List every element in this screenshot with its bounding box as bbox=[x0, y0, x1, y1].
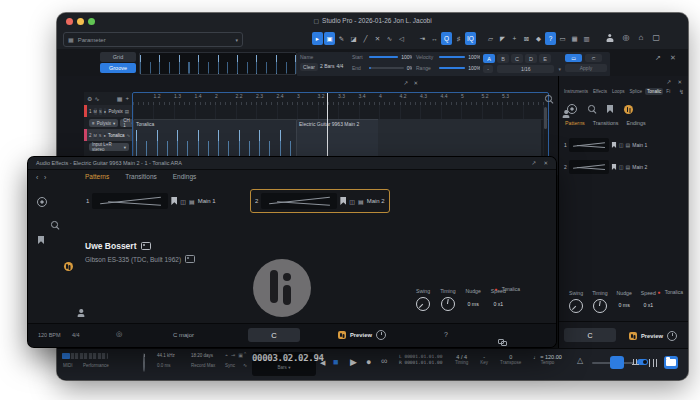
quantize-icon[interactable]: Q bbox=[441, 32, 452, 45]
preset-button[interactable]: A bbox=[483, 54, 495, 63]
browser-tab[interactable]: Effects bbox=[591, 88, 609, 95]
input-quantize-icon[interactable]: IQ bbox=[465, 32, 476, 45]
timeline-ruler[interactable]: 1.21.31.422.22.32.433.23.33.444.24.34.45… bbox=[133, 93, 548, 105]
routing-icon[interactable] bbox=[498, 339, 507, 346]
velocity-slider[interactable] bbox=[439, 56, 465, 58]
track-row-tonalica[interactable]: 2 M S ● Tonalica ∿ bbox=[84, 129, 132, 141]
bookmark-icon[interactable] bbox=[340, 197, 346, 205]
collapse-icon[interactable]: ⌃ bbox=[243, 351, 247, 357]
listen-icon[interactable]: ◁ bbox=[396, 32, 407, 45]
paint-icon[interactable]: ▱ bbox=[485, 32, 496, 45]
play-button[interactable]: ▶ bbox=[350, 357, 357, 367]
range-icon[interactable]: ▣ bbox=[324, 32, 335, 45]
preview-volume-knob[interactable] bbox=[667, 331, 677, 341]
detach-ara-icon[interactable]: ↗ bbox=[531, 160, 536, 166]
ara-tab[interactable]: Endings bbox=[173, 173, 197, 180]
loop-range-display[interactable]: L 00001.01.01.00 R 00001.01.01.00 bbox=[399, 354, 442, 366]
browser-tab[interactable]: Loops bbox=[610, 88, 627, 95]
search-icon[interactable] bbox=[51, 221, 59, 229]
bookmark-icon[interactable] bbox=[611, 163, 616, 169]
groove-mode-button[interactable]: Groove bbox=[100, 63, 136, 73]
groove-timesig[interactable]: 4/4 bbox=[336, 63, 343, 71]
timing-knob[interactable] bbox=[593, 299, 607, 313]
clear-button[interactable]: Clear bbox=[300, 63, 318, 71]
tonalica-icon[interactable] bbox=[64, 262, 73, 271]
bookmark-icon[interactable] bbox=[607, 105, 613, 113]
key-signature[interactable]: C major bbox=[173, 332, 194, 338]
detach-browser-icon[interactable]: ↗ bbox=[666, 79, 671, 85]
pattern-row-main2[interactable]: 2 ◫ ▤ Main 2 bbox=[563, 156, 683, 177]
bookmark-icon[interactable] bbox=[38, 236, 44, 244]
artist-card-icon[interactable] bbox=[141, 242, 151, 250]
ara-pattern-main2[interactable]: 2 ◫ ▤ Main 2 bbox=[250, 189, 390, 213]
preview-volume-knob[interactable] bbox=[376, 330, 386, 340]
preset-button[interactable]: E bbox=[539, 54, 551, 63]
copy-icon[interactable]: ◫ bbox=[619, 164, 624, 170]
transport-field[interactable]: ♩ = 120.00 Tempo bbox=[533, 354, 562, 365]
video-icon[interactable] bbox=[185, 255, 195, 263]
groove-toggle-b-icon[interactable]: ⊂ bbox=[585, 54, 602, 62]
preset-button[interactable]: B bbox=[497, 54, 509, 63]
user-profile-icon[interactable] bbox=[606, 34, 614, 42]
instrument-icon[interactable]: ▦ bbox=[117, 95, 123, 102]
keyboard-view-icon[interactable]: ▭ bbox=[557, 32, 568, 45]
chord-button[interactable]: C bbox=[564, 328, 616, 342]
pencil-icon[interactable]: ✎ bbox=[336, 32, 347, 45]
copy-icon[interactable]: ◫ bbox=[349, 198, 355, 205]
range-slider[interactable] bbox=[439, 67, 465, 69]
strum-icon[interactable]: ♯ bbox=[453, 32, 464, 45]
browser-tab[interactable]: Tonalic bbox=[645, 88, 663, 95]
artist-icon[interactable] bbox=[562, 110, 570, 118]
home-icon[interactable]: ⌂ bbox=[639, 33, 644, 42]
record-button[interactable]: ● bbox=[366, 357, 371, 367]
time-display[interactable]: 00003.02.02.94 Bars ▾ bbox=[252, 352, 316, 376]
keys-icon[interactable]: ▤ bbox=[358, 198, 364, 205]
end-slider[interactable] bbox=[369, 67, 404, 69]
mute-button[interactable]: M bbox=[94, 108, 97, 115]
solo-button[interactable]: S bbox=[99, 132, 102, 139]
groove-pattern-display[interactable] bbox=[139, 52, 297, 75]
grid-view-icon[interactable]: ▦ bbox=[569, 32, 580, 45]
section-tab[interactable]: Transitions bbox=[593, 120, 619, 126]
section-tab[interactable]: Patterns bbox=[565, 120, 585, 126]
keys-icon[interactable]: ▤ bbox=[189, 198, 195, 205]
bend-icon[interactable]: ∿ bbox=[384, 32, 395, 45]
account-icon[interactable]: ◎ bbox=[623, 33, 630, 42]
loop-button[interactable]: ∞ bbox=[381, 356, 387, 366]
browser-tab[interactable]: Fi bbox=[664, 88, 672, 95]
input-dropdown[interactable]: Input L+R stereo ▾ bbox=[89, 143, 129, 151]
return-to-start-button[interactable]: ◀ bbox=[320, 358, 325, 368]
browser-tab[interactable]: Splice bbox=[628, 88, 645, 95]
swing-knob[interactable] bbox=[569, 299, 583, 313]
pattern-row-main1[interactable]: 1 ◫ ▤ Main 1 bbox=[563, 134, 683, 155]
arrange-expand-icon[interactable]: ↗ bbox=[403, 80, 408, 86]
trim-icon[interactable]: ⇥ bbox=[417, 32, 428, 45]
detach-panel-icon[interactable]: ↗ bbox=[655, 54, 661, 62]
automation-icon[interactable]: ∿ bbox=[94, 95, 99, 102]
add-track-icon[interactable]: + bbox=[125, 95, 129, 102]
help-icon[interactable]: ? bbox=[545, 32, 556, 45]
setup-icon[interactable]: ⚙ bbox=[87, 95, 92, 102]
plugin-icon[interactable]: ↯ bbox=[679, 88, 684, 95]
close-browser-icon[interactable]: ✕ bbox=[677, 79, 682, 85]
preset-button[interactable]: D bbox=[525, 54, 537, 63]
preview-control[interactable]: Preview bbox=[629, 331, 677, 341]
metronome-toggle-icon[interactable]: ◎ bbox=[116, 330, 122, 338]
help-icon[interactable]: ? bbox=[444, 331, 448, 338]
quantize-value-dropdown[interactable]: 1/16 bbox=[497, 65, 554, 73]
knife-icon[interactable]: ╱ bbox=[360, 32, 371, 45]
groove-toggle-a-icon[interactable]: ▭ bbox=[565, 54, 582, 62]
tuner-button[interactable] bbox=[628, 356, 642, 369]
mixer-view-icon[interactable]: ▥ bbox=[581, 32, 592, 45]
mute-icon[interactable]: ✕ bbox=[372, 32, 383, 45]
artist-name[interactable]: Uwe Bossert bbox=[85, 241, 137, 251]
bookmark-icon[interactable] bbox=[611, 141, 616, 147]
empty-lane-region[interactable] bbox=[378, 119, 541, 161]
parameter-dropdown[interactable]: ▦ Parameter ▾ bbox=[63, 32, 243, 47]
instrument-output-dropdown[interactable]: ≡ Polysix ▾ bbox=[89, 119, 118, 127]
metronome-icon[interactable]: △ bbox=[577, 356, 583, 365]
transport-field[interactable]: 4 / 4 Timing bbox=[455, 354, 468, 365]
tonalica-icon[interactable] bbox=[624, 105, 633, 114]
vertical-scrollbar[interactable] bbox=[544, 107, 547, 129]
grid-mode-button[interactable]: Grid bbox=[100, 52, 136, 62]
